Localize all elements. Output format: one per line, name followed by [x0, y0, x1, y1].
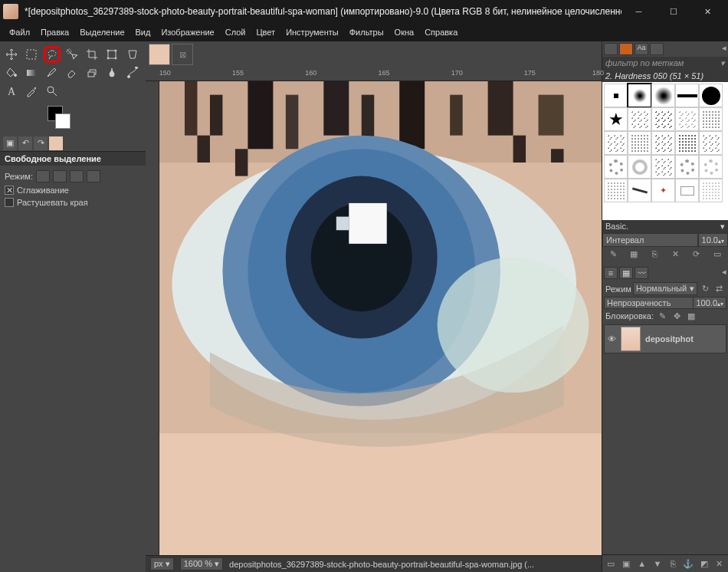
menu-colors[interactable]: Цвет [251, 26, 280, 38]
delete-brush-icon[interactable]: ✕ [670, 248, 682, 259]
refresh-brush-icon[interactable]: ⟳ [690, 248, 703, 259]
opacity-slider[interactable]: Непрозрачность 100.0▴▾ [604, 297, 726, 309]
raise-layer-icon[interactable]: ▲ [636, 558, 648, 569]
brush-item[interactable] [675, 155, 699, 179]
brush-item[interactable] [675, 107, 699, 131]
menu-edit[interactable]: Правка [36, 26, 74, 38]
eraser-tool[interactable] [64, 64, 80, 81]
brush-item[interactable] [651, 155, 675, 179]
mask-layer-icon[interactable]: ◩ [698, 558, 710, 569]
lock-pixels-icon[interactable]: ✎ [656, 311, 668, 321]
brush-item[interactable] [651, 84, 675, 107]
brush-item[interactable] [699, 107, 723, 131]
visibility-icon[interactable]: 👁 [608, 334, 616, 344]
fuzzy-select-tool[interactable] [64, 46, 80, 63]
gradient-tool[interactable] [23, 64, 40, 81]
mode-intersect[interactable] [87, 170, 100, 182]
brush-item[interactable] [628, 107, 651, 131]
crop-tool[interactable] [84, 46, 100, 63]
new-brush-icon[interactable]: ▦ [628, 248, 640, 259]
mode-replace[interactable] [36, 170, 50, 182]
image-tab-thumb[interactable] [149, 44, 170, 65]
brush-item[interactable] [628, 131, 651, 155]
move-tool[interactable] [3, 46, 20, 63]
brush-item[interactable] [604, 179, 628, 202]
transform-tool[interactable] [103, 46, 120, 63]
brush-item[interactable] [604, 131, 628, 155]
undo-tab[interactable]: ↷ [34, 136, 48, 150]
lock-alpha-icon[interactable]: ▩ [685, 311, 697, 321]
images-tab[interactable] [49, 136, 63, 150]
warp-tool[interactable] [124, 46, 141, 63]
open-folder-icon[interactable]: ▭ [711, 248, 723, 259]
duplicate-brush-icon[interactable]: ⎘ [648, 248, 661, 259]
brush-item[interactable] [699, 131, 723, 155]
feather-row[interactable]: Растушевать края [5, 198, 141, 207]
mode-subtract[interactable] [70, 170, 84, 182]
menu-tools[interactable]: Инструменты [281, 26, 343, 38]
brush-item[interactable] [699, 155, 723, 179]
smudge-tool[interactable] [103, 64, 120, 81]
rect-select-tool[interactable] [23, 46, 40, 63]
layer-item[interactable]: 👁 depositphot [604, 324, 726, 353]
mode-reset-icon[interactable]: ↻ [699, 284, 711, 294]
menu-image[interactable]: Изображение [156, 26, 218, 38]
menu-select[interactable]: Выделение [75, 26, 129, 38]
brush-preset[interactable]: Basic. ▾ [602, 220, 728, 233]
brush-item[interactable]: ★ [604, 107, 628, 131]
brush-item[interactable] [699, 179, 723, 202]
menu-windows[interactable]: Окна [390, 26, 419, 38]
duplicate-layer-icon[interactable]: ⎘ [667, 558, 679, 569]
edit-brush-icon[interactable]: ✎ [607, 248, 619, 259]
antialias-row[interactable]: ✕ Сглаживание [5, 186, 141, 195]
close-button[interactable]: ✕ [690, 0, 725, 23]
device-tab[interactable]: ↶ [18, 136, 32, 150]
menu-filters[interactable]: Фильтры [345, 26, 389, 38]
brush-item[interactable]: ✦ [651, 179, 675, 202]
brushes-tab[interactable] [604, 43, 618, 55]
brush-item[interactable] [628, 84, 651, 107]
paths-tab[interactable]: 〰 [635, 267, 648, 279]
menu-help[interactable]: Справка [420, 26, 462, 38]
background-color[interactable] [55, 113, 71, 129]
menu-view[interactable]: Вид [131, 26, 156, 38]
antialias-checkbox[interactable]: ✕ [5, 186, 14, 195]
menu-file[interactable]: Файл [5, 26, 34, 38]
new-group-icon[interactable]: ▣ [620, 558, 632, 569]
feather-checkbox[interactable] [5, 198, 14, 207]
canvas[interactable] [159, 81, 602, 555]
vertical-ruler[interactable] [146, 81, 159, 555]
merge-layer-icon[interactable]: ⚓ [682, 558, 694, 569]
brush-item[interactable] [675, 84, 699, 107]
free-select-tool[interactable] [44, 46, 61, 63]
brush-item[interactable] [675, 179, 699, 202]
mode-swap-icon[interactable]: ⇄ [713, 284, 725, 294]
brush-item[interactable] [628, 155, 651, 179]
brush-item[interactable] [604, 155, 628, 179]
brush-item[interactable] [699, 84, 723, 107]
brush-item[interactable] [628, 179, 651, 202]
dock-menu-icon[interactable]: ◂ [722, 267, 726, 279]
status-zoom[interactable]: 1600 % ▾ [180, 557, 223, 570]
minimize-button[interactable]: ─ [621, 0, 656, 23]
new-layer-icon[interactable]: ▭ [605, 558, 617, 569]
channels-tab[interactable]: ▦ [619, 267, 633, 279]
color-picker-tool[interactable] [23, 83, 40, 100]
brush-item[interactable] [604, 84, 628, 107]
layers-tab[interactable]: ≡ [604, 267, 618, 279]
dock-menu-icon[interactable]: ◂ [722, 43, 726, 55]
paintbrush-tool[interactable] [44, 64, 61, 81]
horizontal-ruler[interactable]: 150 155 160 165 170 175 180 [146, 67, 602, 81]
layer-mode-select[interactable]: Нормальный▾ [633, 282, 697, 295]
tool-options-tab[interactable]: ▣ [3, 136, 17, 150]
image-tab-close[interactable]: ⊠ [172, 44, 193, 65]
path-tool[interactable] [124, 64, 141, 81]
text-tool[interactable]: A [3, 83, 20, 100]
brush-filter[interactable]: фильтр по меткам ▾ [602, 57, 728, 70]
lock-position-icon[interactable]: ✥ [671, 311, 683, 321]
maximize-button[interactable]: ☐ [656, 0, 690, 23]
spacing-slider[interactable]: Интервал 10.0▴▾ [602, 233, 728, 247]
mode-add[interactable] [53, 170, 67, 182]
history-tab[interactable] [650, 43, 664, 55]
bucket-fill-tool[interactable] [3, 64, 20, 81]
